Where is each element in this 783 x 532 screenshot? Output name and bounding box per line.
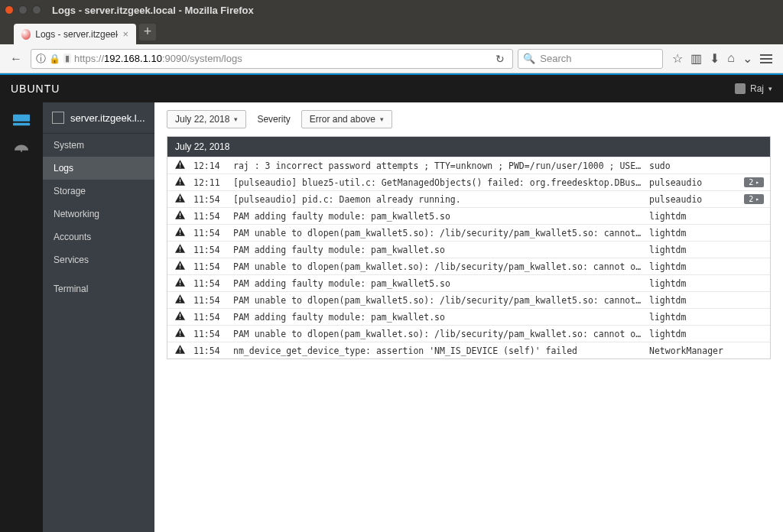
log-message: PAM unable to dlopen(pam_kwallet.so): /l… — [233, 329, 642, 339]
svg-rect-15 — [179, 264, 180, 267]
severity-filter-dropdown[interactable]: Error and above ▾ — [301, 110, 392, 128]
url-scheme: https:// — [74, 53, 104, 64]
library-icon[interactable]: ▥ — [690, 51, 702, 66]
window-maximize-icon[interactable] — [32, 5, 41, 15]
svg-rect-25 — [179, 348, 180, 351]
nav-accounts[interactable]: Accounts — [43, 225, 154, 248]
url-bar[interactable]: ⓘ 🔒 ▮ https://192.168.1.10:9090/system/l… — [31, 49, 513, 69]
menu-icon[interactable] — [760, 51, 772, 66]
home-icon[interactable]: ⌂ — [727, 51, 735, 66]
chevron-right-icon: ▸ — [755, 179, 759, 186]
warning-icon — [174, 210, 186, 222]
chevron-down-icon: ▾ — [768, 85, 772, 92]
bookmark-star-icon[interactable]: ☆ — [672, 51, 683, 66]
nav-logs[interactable]: Logs — [43, 157, 154, 180]
date-filter-dropdown[interactable]: July 22, 2018 ▾ — [167, 110, 246, 128]
user-name: Raj — [750, 83, 764, 94]
svg-rect-13 — [179, 247, 180, 250]
log-message: PAM unable to dlopen(pam_kwallet5.so): /… — [233, 295, 642, 306]
pocket-icon[interactable]: ⌄ — [742, 51, 752, 66]
log-row[interactable]: 11:54PAM unable to dlopen(pam_kwallet.so… — [167, 325, 770, 342]
warning-icon — [174, 277, 186, 289]
severity-label: Severity — [257, 114, 290, 125]
log-message: [pulseaudio] pid.c: Daemon already runni… — [233, 194, 642, 205]
log-service: pulseaudio — [649, 177, 733, 188]
lock-icon: 🔒 — [49, 54, 60, 64]
tab-close-icon[interactable]: × — [122, 28, 128, 40]
log-date-header: July 22, 2018 — [167, 137, 770, 157]
svg-rect-4 — [179, 167, 180, 167]
log-time: 11:54 — [193, 228, 226, 238]
log-row[interactable]: 12:14raj : 3 incorrect password attempts… — [167, 157, 770, 174]
svg-rect-19 — [179, 297, 180, 300]
log-row[interactable]: 11:54[pulseaudio] pid.c: Daemon already … — [167, 190, 770, 207]
user-icon — [735, 83, 746, 94]
svg-rect-26 — [179, 352, 180, 352]
log-message: PAM adding faulty module: pam_kwallet.so — [233, 245, 642, 255]
server-icon — [52, 112, 64, 124]
host-label: server.itzgeek.l... — [70, 112, 145, 124]
nav-terminal[interactable]: Terminal — [43, 277, 154, 300]
log-row[interactable]: 12:11[pulseaudio] bluez5-util.c: GetMana… — [167, 174, 770, 190]
search-bar[interactable]: 🔍 Search — [518, 49, 663, 69]
browser-tab[interactable]: Logs - server.itzgeek.lo × — [14, 24, 136, 44]
back-button[interactable]: ← — [6, 49, 26, 69]
log-row[interactable]: 11:54PAM adding faulty module: pam_kwall… — [167, 207, 770, 224]
reload-icon[interactable]: ↻ — [492, 53, 508, 65]
new-tab-button[interactable]: + — [139, 24, 156, 41]
log-service: lightdm — [649, 245, 733, 255]
warning-icon — [174, 244, 186, 255]
log-time: 11:54 — [193, 194, 226, 205]
log-message: [pulseaudio] bluez5-util.c: GetManagedOb… — [233, 177, 642, 188]
chevron-down-icon: ▾ — [234, 115, 238, 123]
log-row[interactable]: 11:54nm_device_get_device_type: assertio… — [167, 342, 770, 358]
nav-host[interactable]: server.itzgeek.l... — [43, 102, 154, 134]
host-icon[interactable] — [11, 112, 32, 128]
log-row[interactable]: 11:54PAM adding faulty module: pam_kwall… — [167, 308, 770, 325]
log-row[interactable]: 11:54PAM unable to dlopen(pam_kwallet.so… — [167, 258, 770, 274]
svg-rect-22 — [179, 318, 180, 319]
warning-icon — [174, 160, 186, 171]
svg-rect-16 — [179, 268, 180, 268]
log-service: NetworkManager — [649, 345, 733, 356]
svg-rect-12 — [179, 234, 180, 235]
log-service: lightdm — [649, 295, 733, 306]
log-time: 11:54 — [193, 345, 226, 356]
nav-services[interactable]: Services — [43, 248, 154, 271]
log-row[interactable]: 11:54PAM unable to dlopen(pam_kwallet5.s… — [167, 291, 770, 308]
log-list: July 22, 2018 12:14raj : 3 incorrect pas… — [167, 136, 771, 359]
nav-storage[interactable]: Storage — [43, 180, 154, 203]
filter-bar: July 22, 2018 ▾ Severity Error and above… — [154, 102, 783, 136]
severity-filter-label: Error and above — [310, 114, 375, 125]
log-row[interactable]: 11:54PAM adding faulty module: pam_kwall… — [167, 274, 770, 291]
nav-networking[interactable]: Networking — [43, 203, 154, 225]
dashboard-icon[interactable] — [11, 141, 32, 157]
cockpit-app: UBUNTU Raj ▾ server.itzgeek.l... — [0, 73, 783, 532]
svg-rect-6 — [179, 183, 180, 184]
log-service: sudo — [649, 161, 733, 171]
window-close-icon[interactable] — [5, 5, 14, 15]
warning-icon — [174, 311, 186, 323]
user-menu[interactable]: Raj ▾ — [735, 83, 772, 94]
tab-favicon-icon — [21, 29, 31, 40]
browser-toolbar: ← ⓘ 🔒 ▮ https://192.168.1.10:9090/system… — [0, 44, 783, 73]
cockpit-body: server.itzgeek.l... System Logs Storage … — [0, 102, 783, 532]
log-message: PAM adding faulty module: pam_kwallet.so — [233, 312, 642, 323]
log-row[interactable]: 11:54PAM unable to dlopen(pam_kwallet5.s… — [167, 224, 770, 241]
log-time: 11:54 — [193, 312, 226, 323]
svg-rect-3 — [179, 163, 180, 166]
info-icon[interactable]: ⓘ — [36, 52, 46, 66]
log-time: 12:11 — [193, 177, 226, 188]
window-minimize-icon[interactable] — [18, 5, 28, 15]
warning-icon — [174, 177, 186, 188]
log-row[interactable]: 11:54PAM adding faulty module: pam_kwall… — [167, 241, 770, 258]
main-panel: July 22, 2018 ▾ Severity Error and above… — [154, 102, 783, 532]
downloads-icon[interactable]: ⬇ — [710, 51, 720, 66]
date-filter-label: July 22, 2018 — [175, 114, 229, 125]
nav-system[interactable]: System — [43, 134, 154, 157]
log-time: 11:54 — [193, 245, 226, 255]
log-message: PAM adding faulty module: pam_kwallet5.s… — [233, 211, 642, 222]
log-service: lightdm — [649, 211, 733, 222]
svg-rect-8 — [179, 200, 180, 201]
log-service: lightdm — [649, 312, 733, 323]
